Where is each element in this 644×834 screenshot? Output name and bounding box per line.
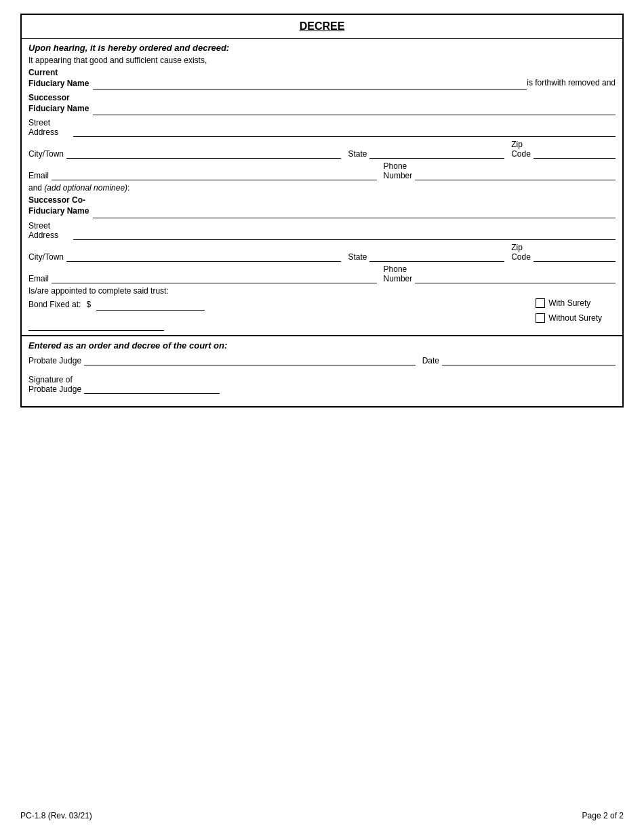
email-input[interactable] [52, 168, 377, 180]
state-label: State [348, 149, 367, 159]
bond-amount-row: Bond Fixed at: $ [28, 298, 529, 311]
email-label: Email [28, 171, 49, 180]
page-footer: PC-1.8 (Rev. 03/21) Page 2 of 2 [20, 811, 624, 820]
street-address2-input[interactable] [73, 228, 616, 240]
with-surety-label: With Surety [548, 298, 590, 308]
probate-judge-input[interactable] [84, 353, 416, 365]
form-title: DECREE [300, 20, 345, 32]
state2-col: State [348, 250, 504, 262]
decree-title-row: DECREE [22, 15, 622, 39]
signature-row: Signature ofProbate Judge [28, 375, 616, 394]
without-surety-checkbox[interactable] [536, 313, 545, 323]
signature-input[interactable] [84, 382, 220, 394]
with-surety-checkbox[interactable] [536, 298, 545, 308]
date-right-col: Date [422, 353, 616, 365]
street-address2-label: StreetAddress [28, 221, 69, 240]
without-surety-label: Without Surety [548, 313, 602, 323]
appointed-text: Is/are appointed to complete said trust: [28, 286, 616, 296]
state-col: State [348, 146, 504, 159]
zip2-col: ZipCode [511, 243, 616, 262]
forthwith-text: is forthwith removed and [527, 78, 616, 90]
bottom-spacer [28, 394, 616, 402]
phone2-input[interactable] [415, 271, 616, 283]
phone2-col: PhoneNumber [384, 264, 616, 283]
phone2-label: PhoneNumber [384, 264, 413, 283]
entered-heading: Entered as an order and decree of the co… [28, 340, 616, 351]
bond-extra-line [28, 319, 164, 331]
state2-label: State [348, 252, 367, 262]
successor-fiduciary-row: SuccessorFiduciary Name [28, 93, 616, 115]
without-surety-option: Without Surety [536, 313, 602, 323]
email2-label: Email [28, 274, 49, 283]
current-fiduciary-input[interactable] [93, 78, 527, 90]
city-col: City/Town [28, 146, 341, 159]
signature-label: Signature ofProbate Judge [28, 375, 81, 394]
section-hearing: Upon hearing, it is hereby ordered and d… [22, 39, 622, 336]
bond-fixed-label: Bond Fixed at: [28, 300, 81, 309]
zip-col: ZipCode [511, 140, 616, 159]
current-fiduciary-row: CurrentFiduciary Name is forthwith remov… [28, 68, 616, 90]
date-input[interactable] [442, 353, 616, 365]
city2-col: City/Town [28, 250, 341, 262]
city-input[interactable] [66, 146, 341, 159]
street-address-row: StreetAddress [28, 118, 616, 137]
email2-col: Email [28, 271, 377, 283]
probate-judge-label: Probate Judge [28, 356, 81, 365]
judge-left-col: Probate Judge [28, 353, 416, 365]
section-entered: Entered as an order and decree of the co… [22, 336, 622, 406]
street-address-label: StreetAddress [28, 118, 69, 137]
email-phone2-row: Email PhoneNumber [28, 264, 616, 283]
street-address2-row: StreetAddress [28, 221, 616, 240]
current-fiduciary-label: CurrentFiduciary Name [28, 68, 89, 90]
email2-input[interactable] [52, 271, 377, 283]
successor-co-fiduciary-row: Successor Co-Fiduciary Name [28, 195, 616, 218]
zip-label: ZipCode [511, 140, 531, 159]
form-number: PC-1.8 (Rev. 03/21) [20, 811, 92, 820]
email-phone-row: Email PhoneNumber [28, 161, 616, 180]
city2-label: City/Town [28, 252, 64, 262]
successor-co-fiduciary-input[interactable] [93, 206, 616, 218]
dollar-sign: $ [86, 300, 91, 309]
zip2-input[interactable] [534, 250, 616, 262]
state2-input[interactable] [369, 250, 504, 262]
city-state-zip-row: City/Town State ZipCode [28, 140, 616, 159]
appearing-text: It appearing that good and sufficient ca… [28, 56, 616, 65]
email-col: Email [28, 168, 377, 180]
state-input[interactable] [369, 146, 504, 159]
successor-fiduciary-input[interactable] [93, 103, 616, 115]
phone-input[interactable] [415, 168, 616, 180]
with-surety-option: With Surety [536, 298, 602, 308]
date-label: Date [422, 356, 439, 365]
hearing-heading: Upon hearing, it is hereby ordered and d… [28, 43, 616, 53]
bond-surety-section: Bond Fixed at: $ With Surety Without Sur… [28, 298, 616, 331]
page-number: Page 2 of 2 [582, 811, 624, 820]
bond-left: Bond Fixed at: $ [28, 298, 529, 331]
optional-nominee-text: and (add optional nominee): [28, 183, 616, 193]
successor-co-fiduciary-label: Successor Co-Fiduciary Name [28, 195, 89, 218]
phone-label: PhoneNumber [384, 161, 413, 180]
surety-options: With Surety Without Surety [536, 298, 616, 323]
zip-input[interactable] [534, 146, 616, 159]
bond-amount-input[interactable] [96, 298, 205, 311]
zip2-label: ZipCode [511, 243, 531, 262]
phone-col: PhoneNumber [384, 161, 616, 180]
form-container: DECREE Upon hearing, it is hereby ordere… [20, 14, 624, 408]
city-state-zip2-row: City/Town State ZipCode [28, 243, 616, 262]
successor-fiduciary-label: SuccessorFiduciary Name [28, 93, 89, 115]
street-address-input[interactable] [73, 125, 616, 137]
city-label: City/Town [28, 149, 64, 159]
judge-date-row: Probate Judge Date [28, 353, 616, 365]
city2-input[interactable] [66, 250, 341, 262]
